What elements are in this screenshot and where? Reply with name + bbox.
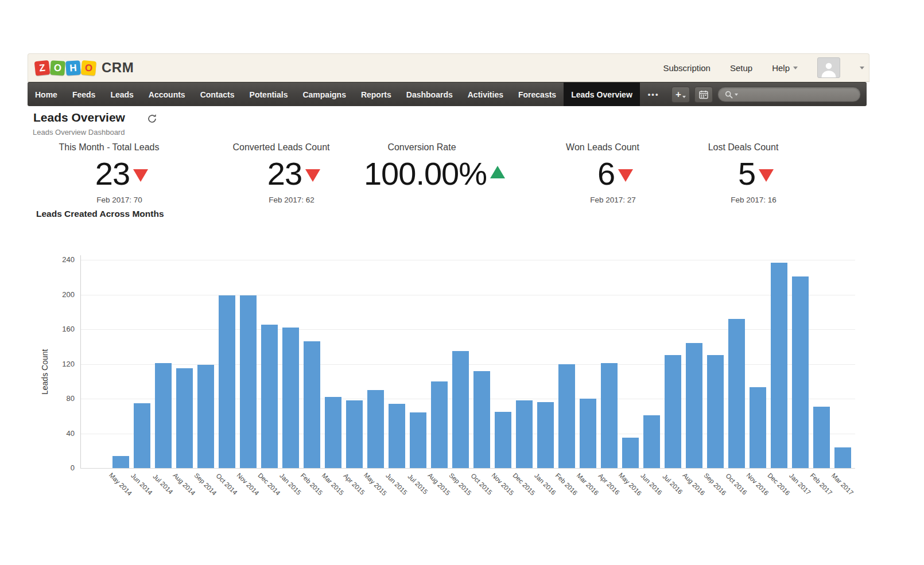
y-tick-label: 40 — [49, 429, 75, 438]
y-tick-label: 240 — [49, 255, 75, 264]
x-tick-label: Oct 2014 — [208, 465, 245, 502]
nav-item-forecasts[interactable]: Forecasts — [511, 83, 564, 106]
x-tick-label: Nov 2016 — [739, 465, 776, 502]
bar-aug-2015[interactable] — [431, 381, 448, 468]
y-tick-label: 80 — [49, 394, 75, 403]
x-tick-label: May 2016 — [611, 465, 649, 502]
calendar-icon — [699, 90, 708, 99]
nav-item-leads[interactable]: Leads — [103, 83, 141, 106]
bar-nov-2014[interactable] — [240, 295, 257, 468]
bar-apr-2016[interactable] — [601, 363, 618, 468]
nav-item-potentials[interactable]: Potentials — [242, 83, 296, 106]
chart-title: Leads Created Across Months — [36, 209, 164, 219]
y-tick-label: 200 — [49, 290, 75, 299]
bar-jan-2017[interactable] — [792, 276, 809, 468]
x-tick-label: Sep 2015 — [441, 465, 479, 502]
kpi-label: Won Leads Count — [525, 142, 680, 153]
kpi-sub: Feb 2017: 70 — [42, 196, 197, 205]
bar-nov-2015[interactable] — [495, 412, 511, 468]
bar-may-2016[interactable] — [622, 438, 639, 468]
search-input[interactable] — [717, 87, 861, 102]
bar-jan-2015[interactable] — [282, 328, 299, 468]
x-tick-label: Jun 2016 — [632, 465, 670, 502]
y-tick-label: 160 — [49, 325, 75, 333]
nav-item-home[interactable]: Home — [28, 83, 65, 106]
bar-dec-2015[interactable] — [516, 400, 533, 468]
x-tick-label: Jul 2015 — [399, 465, 436, 502]
bar-feb-2016[interactable] — [558, 364, 575, 469]
calendar-button[interactable] — [694, 87, 713, 103]
nav-item-leads-overview[interactable]: Leads Overview — [564, 83, 640, 106]
kpi-conversion-rate: Conversion Rate 100.00% — [344, 142, 499, 205]
x-tick-label: Mar 2017 — [824, 465, 861, 502]
bar-jul-2014[interactable] — [155, 363, 172, 468]
bar-feb-2017[interactable] — [813, 407, 830, 468]
kpi-converted-leads: Converted Leads Count 23 Feb 2017: 62 — [204, 142, 359, 205]
x-tick-label: Jan 2016 — [526, 465, 564, 502]
kpi-value: 23 — [95, 155, 130, 192]
bar-sep-2014[interactable] — [197, 365, 214, 468]
kpi-sub — [355, 196, 510, 205]
nav-item-reports[interactable]: Reports — [354, 83, 399, 106]
nav-item-accounts[interactable]: Accounts — [141, 83, 193, 106]
bar-jun-2015[interactable] — [389, 404, 405, 468]
bar-aug-2016[interactable] — [686, 343, 702, 468]
more-modules-button[interactable]: ••• — [648, 90, 659, 99]
bar-dec-2016[interactable] — [771, 263, 787, 468]
setup-link[interactable]: Setup — [730, 63, 752, 73]
x-tick-label: Jan 2015 — [271, 465, 309, 502]
nav-item-feeds[interactable]: Feeds — [65, 83, 103, 106]
bar-oct-2015[interactable] — [473, 371, 490, 468]
bar-jun-2016[interactable] — [643, 415, 660, 468]
logo-tile-z: Z — [34, 60, 50, 75]
bar-mar-2017[interactable] — [834, 447, 851, 468]
nav-item-activities[interactable]: Activities — [460, 83, 511, 106]
trend-up-icon — [490, 166, 505, 178]
x-tick-label: Feb 2016 — [548, 465, 585, 502]
bar-feb-2015[interactable] — [304, 341, 320, 468]
help-menu[interactable]: Help — [772, 63, 798, 73]
nav-item-dashboards[interactable]: Dashboards — [399, 83, 460, 106]
x-tick-label: Jun 2015 — [378, 465, 415, 502]
x-tick-label: Dec 2015 — [505, 465, 542, 502]
kpi-value: 100.00% — [364, 155, 487, 192]
nav-item-contacts[interactable]: Contacts — [193, 83, 242, 106]
logo-tile-o1: O — [50, 60, 65, 76]
refresh-button[interactable] — [147, 114, 157, 124]
x-tick-label: Jul 2014 — [144, 465, 181, 502]
logo-tile-o2: O — [81, 60, 96, 75]
bar-jul-2016[interactable] — [665, 355, 681, 468]
bar-jun-2014[interactable] — [134, 403, 150, 468]
bar-may-2014[interactable] — [112, 456, 129, 468]
bar-sep-2015[interactable] — [452, 351, 469, 468]
x-tick-label: Feb 2017 — [802, 465, 840, 502]
bar-jan-2016[interactable] — [537, 402, 554, 468]
y-tick-label: 120 — [49, 360, 75, 368]
nav-item-campaigns[interactable]: Campaigns — [295, 83, 353, 106]
kpi-lost-deals: Lost Deals Count 5 Feb 2017: 16 — [666, 142, 821, 205]
bar-apr-2015[interactable] — [346, 400, 363, 468]
bar-oct-2014[interactable] — [219, 295, 235, 468]
bar-dec-2014[interactable] — [261, 325, 278, 468]
bar-oct-2016[interactable] — [728, 319, 745, 468]
trend-down-icon — [618, 169, 633, 182]
x-tick-label: Sep 2016 — [696, 465, 733, 502]
trend-down-icon — [133, 169, 148, 182]
zoho-logo[interactable]: Z O H O — [35, 61, 96, 75]
bar-aug-2014[interactable] — [176, 368, 193, 468]
avatar[interactable] — [817, 57, 840, 78]
bar-mar-2015[interactable] — [325, 397, 341, 468]
kpi-label: This Month - Total Leads — [32, 142, 187, 153]
account-chevron-icon[interactable] — [860, 67, 864, 69]
nav-items: HomeFeedsLeadsAccountsContactsPotentials… — [28, 83, 640, 106]
bar-nov-2016[interactable] — [750, 387, 766, 468]
x-tick-label: Jul 2016 — [654, 465, 691, 502]
bar-sep-2016[interactable] — [707, 355, 724, 468]
bar-mar-2016[interactable] — [580, 399, 596, 468]
bar-jul-2015[interactable] — [410, 412, 426, 468]
quick-add-button[interactable]: + — [671, 87, 690, 103]
help-label: Help — [772, 63, 790, 73]
kpi-label: Lost Deals Count — [666, 142, 821, 153]
subscription-link[interactable]: Subscription — [663, 63, 711, 73]
bar-may-2015[interactable] — [367, 390, 384, 468]
